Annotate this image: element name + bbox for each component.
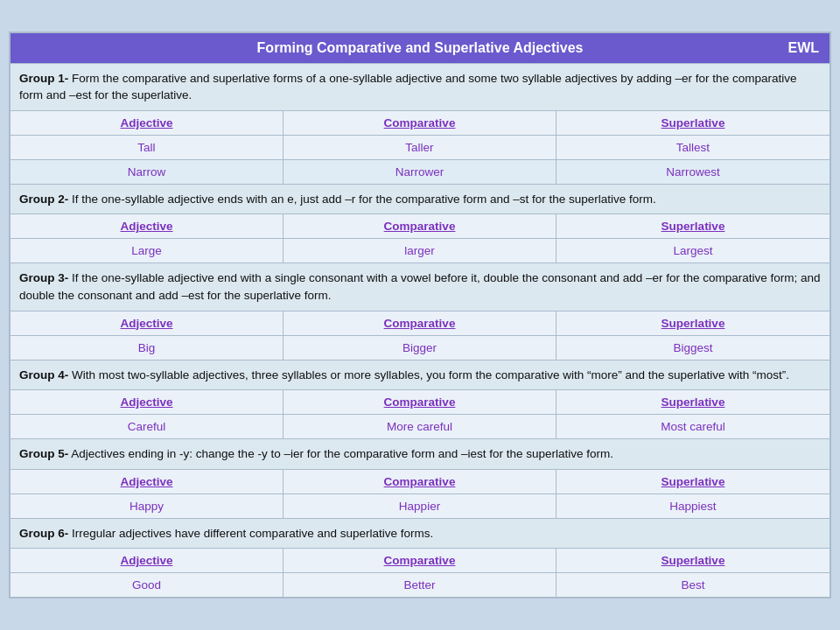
table-cell-1-0-2: Tallest bbox=[556, 136, 830, 159]
col-header-2-2: Superlative bbox=[556, 214, 830, 238]
col-header-4-2: Superlative bbox=[556, 390, 830, 414]
table-header-1: AdjectiveComparativeSuperlative bbox=[10, 110, 830, 135]
table-row-6-0: GoodBetterBest bbox=[10, 572, 830, 597]
col-header-5-1: Comparative bbox=[284, 470, 556, 494]
table-header-6: AdjectiveComparativeSuperlative bbox=[10, 548, 830, 572]
group-desc-4: Group 4- With most two-syllable adjectiv… bbox=[10, 360, 830, 390]
group-desc-6: Group 6- Irregular adjectives have diffe… bbox=[10, 518, 830, 549]
col-header-6-0: Adjective bbox=[10, 549, 284, 572]
col-header-5-2: Superlative bbox=[556, 470, 830, 494]
col-header-2-0: Adjective bbox=[10, 214, 284, 238]
col-header-3-1: Comparative bbox=[284, 312, 556, 335]
col-header-4-1: Comparative bbox=[284, 390, 556, 414]
table-cell-3-0-0: Big bbox=[10, 336, 284, 360]
col-header-1-0: Adjective bbox=[10, 111, 284, 135]
table-cell-3-0-2: Biggest bbox=[556, 336, 830, 360]
table-header-2: AdjectiveComparativeSuperlative bbox=[10, 214, 830, 238]
table-cell-5-0-1: Happier bbox=[284, 494, 556, 518]
table-cell-5-0-0: Happy bbox=[10, 494, 284, 518]
col-header-6-1: Comparative bbox=[284, 549, 556, 572]
table-row-1-0: TallTallerTallest bbox=[10, 135, 830, 159]
col-header-5-0: Adjective bbox=[10, 470, 284, 494]
header: Forming Comparative and Superlative Adje… bbox=[10, 33, 830, 63]
table-row-2-0: LargelargerLargest bbox=[10, 238, 830, 262]
table-cell-2-0-0: Large bbox=[10, 239, 284, 262]
table-cell-4-0-0: Careful bbox=[10, 415, 284, 438]
table-cell-6-0-2: Best bbox=[556, 573, 830, 597]
col-header-1-1: Comparative bbox=[284, 111, 556, 135]
table-cell-5-0-2: Happiest bbox=[556, 494, 830, 518]
group-desc-5: Group 5- Adjectives ending in -y: change… bbox=[10, 438, 830, 469]
table-row-1-1: NarrowNarrowerNarrowest bbox=[10, 159, 830, 184]
header-ewl: EWL bbox=[788, 40, 819, 56]
table-cell-4-0-2: Most careful bbox=[556, 415, 830, 438]
table-row-4-0: CarefulMore carefulMost careful bbox=[10, 414, 830, 438]
group-desc-2: Group 2- If the one-syllable adjective e… bbox=[10, 184, 830, 214]
table-cell-6-0-0: Good bbox=[10, 573, 284, 597]
table-header-3: AdjectiveComparativeSuperlative bbox=[10, 311, 830, 335]
table-cell-1-1-2: Narrowest bbox=[556, 160, 830, 184]
table-header-5: AdjectiveComparativeSuperlative bbox=[10, 469, 830, 494]
groups-container: Group 1- Form the comparative and superl… bbox=[10, 63, 830, 598]
table-header-4: AdjectiveComparativeSuperlative bbox=[10, 389, 830, 414]
table-cell-1-1-0: Narrow bbox=[10, 160, 284, 184]
table-cell-1-1-1: Narrower bbox=[284, 160, 556, 184]
main-container: Forming Comparative and Superlative Adje… bbox=[9, 32, 831, 599]
table-cell-6-0-1: Better bbox=[284, 573, 556, 597]
table-row-3-0: BigBiggerBiggest bbox=[10, 335, 830, 360]
col-header-1-2: Superlative bbox=[556, 111, 830, 135]
group-desc-1: Group 1- Form the comparative and superl… bbox=[10, 63, 830, 110]
table-cell-4-0-1: More careful bbox=[284, 415, 556, 438]
col-header-3-2: Superlative bbox=[556, 312, 830, 335]
col-header-3-0: Adjective bbox=[10, 312, 284, 335]
col-header-2-1: Comparative bbox=[284, 214, 556, 238]
group-desc-3: Group 3- If the one-syllable adjective e… bbox=[10, 262, 830, 310]
header-title: Forming Comparative and Superlative Adje… bbox=[21, 40, 819, 56]
table-cell-1-0-1: Taller bbox=[284, 136, 556, 159]
col-header-6-2: Superlative bbox=[556, 549, 830, 572]
table-cell-3-0-1: Bigger bbox=[284, 336, 556, 360]
table-row-5-0: HappyHappierHappiest bbox=[10, 494, 830, 518]
table-cell-1-0-0: Tall bbox=[10, 136, 284, 159]
table-cell-2-0-2: Largest bbox=[556, 239, 830, 262]
table-cell-2-0-1: larger bbox=[284, 239, 556, 262]
col-header-4-0: Adjective bbox=[10, 390, 284, 414]
